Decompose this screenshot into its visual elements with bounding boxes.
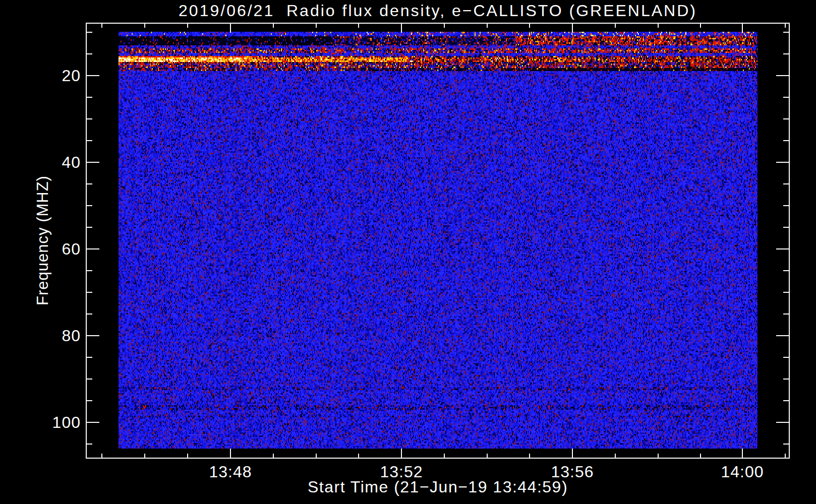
y-minor-tick xyxy=(86,400,92,401)
x-minor-tick xyxy=(101,454,102,459)
y-minor-tick-right xyxy=(783,205,790,206)
y-minor-tick xyxy=(86,97,92,98)
y-minor-tick xyxy=(86,379,92,380)
x-minor-tick-top xyxy=(658,23,659,28)
x-minor-tick-top xyxy=(187,23,188,28)
x-minor-tick xyxy=(144,454,145,459)
y-tick-label: 80 xyxy=(21,326,81,345)
y-minor-tick-right xyxy=(783,444,790,445)
x-axis-title: Start Time (21−Jun−19 13:44:59) xyxy=(86,478,790,496)
x-minor-tick-top xyxy=(316,23,317,28)
y-minor-tick-right xyxy=(783,270,790,271)
y-minor-tick xyxy=(86,444,92,445)
y-major-tick-right xyxy=(776,248,790,249)
y-minor-tick-right xyxy=(783,379,790,380)
y-minor-tick xyxy=(86,183,92,184)
y-major-tick xyxy=(86,422,99,423)
y-tick-label: 60 xyxy=(21,239,81,259)
x-major-tick-top xyxy=(230,23,231,33)
x-minor-tick xyxy=(358,454,359,459)
y-tick-label: 20 xyxy=(21,66,81,85)
x-minor-tick-top xyxy=(444,23,445,28)
y-minor-tick-right xyxy=(783,32,790,33)
x-minor-tick-top xyxy=(144,23,145,28)
x-minor-tick-top xyxy=(785,23,786,28)
x-major-tick xyxy=(230,449,231,459)
y-minor-tick xyxy=(86,270,92,271)
x-minor-tick xyxy=(444,454,445,459)
y-minor-tick xyxy=(86,205,92,206)
x-minor-tick xyxy=(187,454,188,459)
x-tick-label: 13:56 xyxy=(537,462,608,482)
x-major-tick xyxy=(572,449,573,459)
y-minor-tick-right xyxy=(783,292,790,293)
x-minor-tick-top xyxy=(101,23,102,28)
x-minor-tick-top xyxy=(615,23,616,28)
y-major-tick-right xyxy=(776,162,790,163)
x-major-tick-top xyxy=(401,23,402,33)
y-major-tick xyxy=(86,335,99,336)
x-minor-tick-top xyxy=(487,23,488,28)
y-minor-tick-right xyxy=(783,313,790,314)
y-minor-tick xyxy=(86,140,92,141)
x-minor-tick xyxy=(529,454,530,459)
y-major-tick-right xyxy=(776,335,790,336)
y-minor-tick-right xyxy=(783,227,790,228)
x-minor-tick xyxy=(785,454,786,459)
y-minor-tick xyxy=(86,32,92,33)
x-major-tick-top xyxy=(742,23,743,33)
x-minor-tick xyxy=(316,454,317,459)
y-minor-tick-right xyxy=(783,97,790,98)
chart-title: 2019/06/21 Radio flux density, e−CALLIST… xyxy=(86,0,790,21)
y-minor-tick-right xyxy=(783,183,790,184)
y-minor-tick xyxy=(86,313,92,314)
y-minor-tick xyxy=(86,292,92,293)
x-minor-tick-top xyxy=(273,23,274,28)
y-minor-tick-right xyxy=(783,357,790,358)
x-minor-tick xyxy=(487,454,488,459)
y-tick-label: 40 xyxy=(21,153,81,172)
y-minor-tick xyxy=(86,53,92,54)
y-major-tick-right xyxy=(776,422,790,423)
x-minor-tick xyxy=(700,454,701,459)
y-major-tick xyxy=(86,162,99,163)
x-minor-tick-top xyxy=(700,23,701,28)
y-major-tick xyxy=(86,248,99,249)
x-minor-tick-top xyxy=(529,23,530,28)
x-tick-label: 14:00 xyxy=(707,462,778,482)
x-major-tick xyxy=(401,449,402,459)
y-minor-tick-right xyxy=(783,400,790,401)
x-minor-tick xyxy=(658,454,659,459)
x-minor-tick xyxy=(273,454,274,459)
y-minor-tick xyxy=(86,227,92,228)
y-minor-tick-right xyxy=(783,140,790,141)
spectrogram-canvas xyxy=(119,32,757,449)
y-tick-label: 100 xyxy=(21,413,81,432)
y-minor-tick-right xyxy=(783,118,790,119)
x-major-tick-top xyxy=(572,23,573,33)
y-minor-tick xyxy=(86,118,92,119)
y-minor-tick-right xyxy=(783,53,790,54)
x-minor-tick xyxy=(615,454,616,459)
x-minor-tick-top xyxy=(358,23,359,28)
spectrogram-figure: 2019/06/21 Radio flux density, e−CALLIST… xyxy=(0,0,816,504)
y-major-tick xyxy=(86,75,99,76)
y-minor-tick xyxy=(86,357,92,358)
x-tick-label: 13:48 xyxy=(195,462,266,482)
x-tick-label: 13:52 xyxy=(366,462,437,482)
x-major-tick xyxy=(742,449,743,459)
y-major-tick-right xyxy=(776,75,790,76)
